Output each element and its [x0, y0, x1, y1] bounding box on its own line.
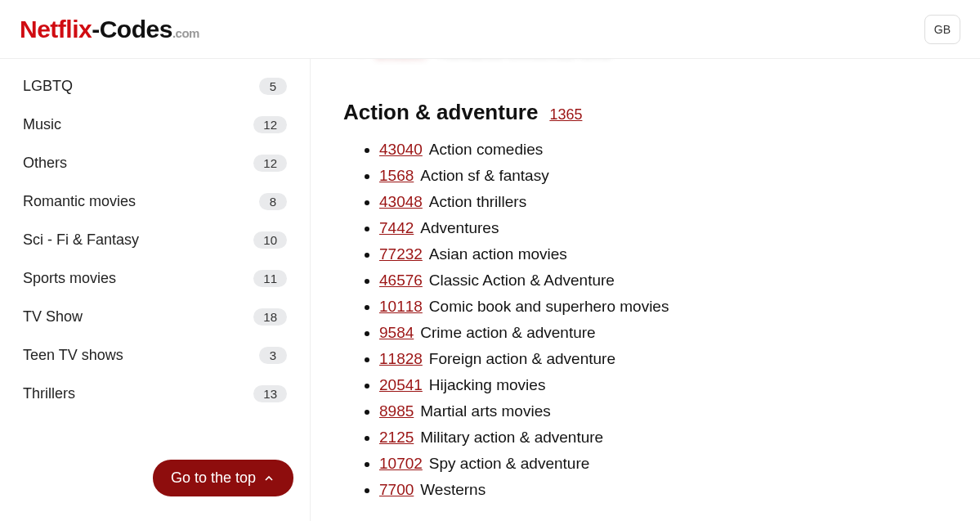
code-link[interactable]: 9584 — [379, 324, 414, 341]
sidebar-item-lgbtq[interactable]: LGBTQ 5 — [16, 67, 293, 106]
code-label: Asian action movies — [429, 245, 567, 263]
code-link[interactable]: 10702 — [379, 455, 423, 472]
list-item: 9584Crime action & adventure — [379, 320, 947, 346]
sidebar-item-label: Sci - Fi & Fantasy — [23, 231, 139, 249]
code-label: Classic Action & Adventure — [429, 272, 615, 289]
code-link[interactable]: 7442 — [379, 219, 414, 236]
sidebar-item-count: 12 — [253, 155, 287, 172]
list-item: 8985Martial arts movies — [379, 398, 947, 424]
sidebar-item-label: LGBTQ — [23, 78, 73, 95]
sidebar-item-label: Sports movies — [23, 270, 116, 287]
code-link[interactable]: 7700 — [379, 481, 414, 498]
section-code-link[interactable]: 1365 — [549, 106, 582, 124]
sidebar: LGBTQ 5 Music 12 Others 12 Romantic movi… — [0, 59, 311, 521]
code-link[interactable]: 11828 — [379, 350, 423, 367]
sidebar-item-music[interactable]: Music 12 — [16, 106, 293, 144]
list-item: 2125Military action & adventure — [379, 424, 947, 451]
chevron-up-icon — [262, 472, 275, 485]
sidebar-item-tv-show[interactable]: TV Show 18 — [16, 298, 293, 336]
site-logo[interactable]: Netflix-Codes.com — [20, 16, 199, 43]
list-item: 43048Action thrillers — [379, 189, 947, 215]
sidebar-item-sports-movies[interactable]: Sports movies 11 — [16, 259, 293, 298]
code-label: Military action & adventure — [420, 429, 603, 446]
list-item: 77232Asian action movies — [379, 241, 947, 267]
country-selector[interactable]: GB — [924, 15, 960, 44]
sidebar-item-count: 18 — [253, 308, 287, 326]
code-link[interactable]: 46576 — [379, 272, 423, 289]
sidebar-item-count: 10 — [253, 231, 287, 249]
go-to-top-button[interactable]: Go to the top — [153, 460, 293, 496]
code-label: Hijacking movies — [429, 376, 546, 393]
sidebar-item-count: 8 — [259, 193, 287, 210]
sidebar-item-count: 12 — [253, 116, 287, 133]
go-to-top-label: Go to the top — [171, 469, 256, 487]
sidebar-item-romantic-movies[interactable]: Romantic movies 8 — [16, 182, 293, 221]
code-link[interactable]: 10118 — [379, 298, 423, 315]
logo-netflix: Netflix — [20, 16, 92, 43]
code-label: Crime action & adventure — [420, 324, 595, 341]
list-item: 11828Foreign action & adventure — [379, 346, 947, 372]
list-item: 10118Comic book and superhero movies — [379, 294, 947, 320]
sidebar-item-label: Romantic movies — [23, 193, 136, 210]
list-item: 7700Westerns — [379, 477, 947, 503]
sidebar-item-count: 3 — [259, 347, 287, 364]
section-header: Action & adventure 1365 — [343, 100, 947, 125]
code-link[interactable]: 43040 — [379, 141, 423, 158]
code-label: Action thrillers — [429, 193, 526, 210]
code-label: Foreign action & adventure — [429, 350, 615, 367]
sidebar-item-teen-tv-shows[interactable]: Teen TV shows 3 — [16, 336, 293, 375]
sidebar-item-label: TV Show — [23, 308, 83, 326]
code-link[interactable]: 77232 — [379, 245, 423, 263]
code-label: Comic book and superhero movies — [429, 298, 669, 315]
code-link[interactable]: 1568 — [379, 167, 414, 184]
code-label: Spy action & adventure — [429, 455, 589, 472]
code-label: Action comedies — [429, 141, 543, 158]
sidebar-item-label: Others — [23, 155, 67, 172]
sidebar-item-label: Music — [23, 116, 61, 133]
logo-codes: Codes — [100, 16, 172, 43]
sidebar-item-count: 5 — [259, 78, 287, 95]
sidebar-item-label: Teen TV shows — [23, 347, 123, 364]
sidebar-item-sci-fi-fantasy[interactable]: Sci - Fi & Fantasy 10 — [16, 221, 293, 259]
list-item: 20541Hijacking movies — [379, 372, 947, 398]
list-item: 46576Classic Action & Adventure — [379, 267, 947, 294]
main-content: 149258 Goofy christmas children & family… — [311, 59, 980, 521]
list-item: 43040Action comedies — [379, 137, 947, 163]
code-link[interactable]: 43048 — [379, 193, 423, 210]
header: Netflix-Codes.com GB — [0, 0, 980, 59]
sidebar-item-count: 13 — [253, 385, 287, 402]
sidebar-item-others[interactable]: Others 12 — [16, 144, 293, 182]
sidebar-item-count: 11 — [253, 270, 287, 287]
logo-dash: - — [92, 16, 100, 43]
code-label: Action sf & fantasy — [420, 167, 548, 184]
sidebar-item-thrillers[interactable]: Thrillers 13 — [16, 375, 293, 413]
code-label: Westerns — [420, 481, 486, 498]
code-list: 43040Action comedies 1568Action sf & fan… — [343, 137, 947, 503]
list-item: 1568Action sf & fantasy — [379, 163, 947, 189]
code-link[interactable]: 2125 — [379, 429, 414, 446]
section-title: Action & adventure — [343, 100, 538, 125]
sidebar-item-label: Thrillers — [23, 385, 75, 402]
list-item: 7442Adventures — [379, 215, 947, 241]
code-link[interactable]: 20541 — [379, 376, 423, 393]
previous-section-blurred: 149258 Goofy christmas children & family… — [343, 59, 947, 65]
code-label: Adventures — [420, 219, 499, 236]
logo-dotcom: .com — [172, 26, 199, 40]
list-item: 10702Spy action & adventure — [379, 451, 947, 477]
code-link[interactable]: 8985 — [379, 402, 414, 420]
code-label: Martial arts movies — [420, 402, 550, 420]
